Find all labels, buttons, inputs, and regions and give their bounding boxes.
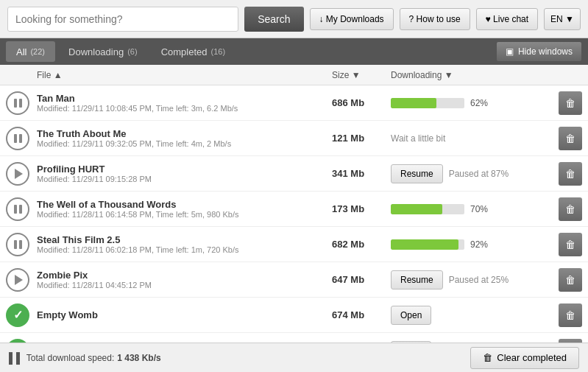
tab-completed[interactable]: Completed (16) (151, 41, 235, 62)
row-info: Empty Womb (37, 309, 332, 320)
row-size: 674 Mb (332, 309, 391, 320)
row-meta: Modified: 11/29/11 09:32:05 PM, Time lef… (37, 139, 332, 148)
table-row: Zombie Pix Modified: 11/28/11 04:45:12 P… (0, 262, 588, 298)
row-status: Wait a little bit (391, 133, 553, 144)
play-icon[interactable] (6, 268, 29, 292)
row-status: 62% (391, 98, 553, 108)
tab-bar: All (22) Downloading (6) Completed (16) … (0, 38, 588, 65)
progress-percent: 62% (470, 98, 496, 108)
row-name: The Truth About Me (37, 128, 332, 139)
row-name: Profiling HURT (37, 164, 332, 175)
top-bar: Search ↓ My Downloads ? How to use ♥ Liv… (0, 0, 588, 38)
row-info: Steal This Film 2.5 Modified: 11/28/11 0… (37, 234, 332, 254)
speed-info: ▌▌ Total download speed: 1 438 Kb/s (9, 352, 470, 364)
complete-icon: ✓ (6, 303, 29, 327)
row-name: The Well of a Thousand Words (37, 199, 332, 210)
row-info: Zombie Pix Modified: 11/28/11 04:45:12 P… (37, 270, 332, 289)
table-row: Steal This Film 2.5 Modified: 11/28/11 0… (0, 227, 588, 262)
row-size: 647 Mb (332, 274, 391, 285)
row-size: 173 Mb (332, 203, 391, 214)
row-status: 92% (391, 239, 553, 250)
row-name: Tan Man (37, 93, 332, 104)
row-info: Tan Man Modified: 11/29/11 10:08:45 PM, … (37, 93, 332, 113)
play-icon[interactable] (6, 162, 29, 186)
pause-icon[interactable] (6, 91, 29, 115)
row-name: Zombie Pix (37, 270, 332, 281)
table-row: The Well of a Thousand Words Modified: 1… (0, 192, 588, 227)
speed-icon: ▌▌ (9, 352, 24, 364)
row-size: 121 Mb (332, 133, 391, 144)
col-header-size[interactable]: Size ▼ (332, 70, 391, 80)
delete-button[interactable]: 🗑 (559, 303, 582, 327)
table-row: ✓ Empty Womb 674 Mb Open 🗑 (0, 298, 588, 333)
monitor-icon: ▣ (506, 46, 514, 57)
open-button[interactable]: Open (391, 341, 431, 343)
complete-icon: ✓ (6, 339, 29, 343)
progress-bar (391, 204, 464, 214)
row-status: Open (391, 341, 553, 343)
delete-button[interactable]: 🗑 (559, 197, 582, 221)
row-name: Steal This Film 2.5 (37, 234, 332, 245)
progress-percent: 92% (470, 239, 496, 250)
tab-all[interactable]: All (22) (6, 41, 55, 62)
delete-button[interactable]: 🗑 (559, 162, 582, 186)
delete-button[interactable]: 🗑 (559, 127, 582, 150)
how-to-use-button[interactable]: ? How to use (400, 8, 470, 30)
hide-windows-button[interactable]: ▣ Hide windows (496, 41, 582, 62)
paused-text: Paused at 25% (449, 275, 509, 285)
progress-percent: 70% (470, 204, 496, 214)
search-button[interactable]: Search (244, 7, 303, 32)
my-downloads-button[interactable]: ↓ My Downloads (310, 8, 394, 30)
progress-bar (391, 239, 464, 250)
trash-icon: 🗑 (483, 352, 492, 363)
clear-completed-button[interactable]: 🗑 Clear completed (470, 347, 579, 369)
row-meta: Modified: 11/29/11 09:15:28 PM (37, 175, 332, 183)
row-status: Resume Paused at 25% (391, 270, 553, 289)
row-size: 682 Mb (332, 239, 391, 250)
row-info: The Truth About Me Modified: 11/29/11 09… (37, 128, 332, 148)
tab-downloading[interactable]: Downloading (6) (58, 41, 148, 62)
col-header-file[interactable]: File ▲ (37, 70, 332, 80)
row-status: Resume Paused at 87% (391, 164, 553, 183)
row-meta: Modified: 11/28/11 06:14:58 PM, Time lef… (37, 210, 332, 219)
delete-button[interactable]: 🗑 (559, 233, 582, 256)
col-header-downloading[interactable]: Downloading ▼ (391, 70, 553, 80)
row-info: Profiling HURT Modified: 11/29/11 09:15:… (37, 164, 332, 183)
row-meta: Modified: 11/28/11 06:02:18 PM, Time lef… (37, 245, 332, 254)
paused-text: Paused at 87% (449, 169, 509, 179)
bottom-bar: ▌▌ Total download speed: 1 438 Kb/s 🗑 Cl… (0, 343, 588, 372)
wait-text: Wait a little bit (391, 133, 445, 144)
pause-icon[interactable] (6, 233, 29, 256)
column-headers: File ▲ Size ▼ Downloading ▼ (0, 65, 588, 85)
row-info: The Well of a Thousand Words Modified: 1… (37, 199, 332, 219)
row-status: 70% (391, 204, 553, 214)
row-name: Empty Womb (37, 309, 332, 320)
row-size: 686 Mb (332, 97, 391, 108)
pause-icon[interactable] (6, 127, 29, 150)
language-button[interactable]: EN ▼ (544, 8, 581, 30)
row-status: Open (391, 306, 553, 325)
progress-bar (391, 98, 464, 108)
downloads-list: Tan Man Modified: 11/29/11 10:08:45 PM, … (0, 85, 588, 343)
search-input[interactable] (7, 7, 238, 32)
live-chat-button[interactable]: ♥ Live chat (476, 8, 539, 30)
table-row: Tan Man Modified: 11/29/11 10:08:45 PM, … (0, 85, 588, 121)
delete-button[interactable]: 🗑 (559, 339, 582, 343)
resume-button[interactable]: Resume (391, 164, 443, 183)
row-meta: Modified: 11/29/11 10:08:45 PM, Time lef… (37, 104, 332, 113)
row-size: 341 Mb (332, 168, 391, 179)
table-row: The Truth About Me Modified: 11/29/11 09… (0, 121, 588, 156)
delete-button[interactable]: 🗑 (559, 91, 582, 115)
top-nav: ↓ My Downloads ? How to use ♥ Live chat … (310, 8, 581, 30)
pause-icon[interactable] (6, 197, 29, 221)
resume-button[interactable]: Resume (391, 270, 443, 289)
table-row: ✓ Ghost Stalkers (The Final Episode) 354… (0, 333, 588, 343)
table-row: Profiling HURT Modified: 11/29/11 09:15:… (0, 156, 588, 192)
open-button[interactable]: Open (391, 306, 431, 325)
row-meta: Modified: 11/28/11 04:45:12 PM (37, 281, 332, 289)
delete-button[interactable]: 🗑 (559, 268, 582, 292)
